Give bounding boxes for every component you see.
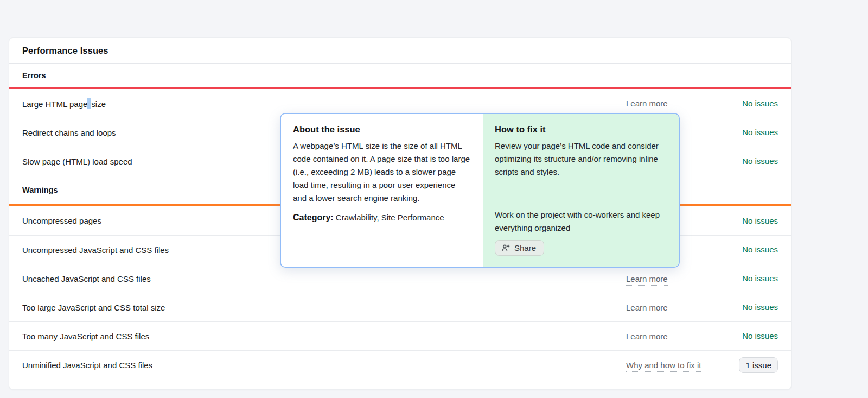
no-issues-status: No issues (742, 331, 778, 340)
no-issues-status: No issues (742, 274, 778, 283)
why-how-to-fix-link[interactable]: Why and how to fix it (626, 361, 701, 372)
no-issues-status: No issues (742, 245, 778, 254)
learn-more-link[interactable]: Learn more (626, 303, 668, 314)
performance-issues-card: Performance Issues Errors Large HTML pag… (9, 37, 792, 390)
no-issues-status: No issues (742, 302, 778, 312)
page-title: Performance Issues (22, 46, 108, 56)
collaboration-block: Work on the project with co-workers and … (495, 201, 667, 256)
learn-more-link[interactable]: Learn more (626, 332, 668, 343)
fix-heading: How to fix it (495, 124, 667, 135)
issue-row-uncached-js-css: Uncached JavaScript and CSS files Learn … (9, 264, 791, 293)
share-button-label: Share (514, 243, 536, 252)
issue-info-popover: About the issue A webpage’s HTML size is… (280, 113, 680, 268)
no-issues-status: No issues (742, 99, 778, 108)
panel-divider (495, 201, 667, 201)
section-label: Warnings (22, 186, 58, 194)
issue-name: Unminified JavaScript and CSS files (22, 361, 626, 370)
about-body-text: A webpage’s HTML size is the size of all… (293, 140, 471, 205)
issue-name: Large HTML pagesize (22, 98, 626, 109)
section-label: Errors (22, 71, 46, 80)
how-to-fix-panel: How to fix it Review your page’s HTML co… (483, 114, 679, 267)
about-the-issue-panel: About the issue A webpage’s HTML size is… (281, 114, 483, 267)
no-issues-status: No issues (742, 216, 778, 225)
card-header: Performance Issues (9, 38, 791, 64)
about-heading: About the issue (293, 124, 471, 135)
category-value: Crawlability, Site Performance (336, 213, 444, 222)
fix-body-text: Review your page’s HTML code and conside… (495, 140, 667, 179)
issue-name: Uncached JavaScript and CSS files (22, 274, 626, 283)
issue-row-too-many-js-css: Too many JavaScript and CSS files Learn … (9, 321, 791, 350)
learn-more-link[interactable]: Learn more (626, 99, 668, 110)
issue-name: Too many JavaScript and CSS files (22, 332, 626, 341)
issue-row-too-large-js-css: Too large JavaScript and CSS total size … (9, 293, 791, 321)
issue-name-text: Large HTML page (22, 99, 87, 109)
issue-name: Too large JavaScript and CSS total size (22, 303, 626, 312)
no-issues-status: No issues (742, 156, 778, 166)
share-button[interactable]: Share (495, 240, 544, 256)
no-issues-status: No issues (742, 128, 778, 137)
section-header-errors: Errors (9, 64, 791, 87)
learn-more-link[interactable]: Learn more (626, 274, 668, 286)
person-add-icon (501, 244, 510, 252)
issue-count-badge[interactable]: 1 issue (739, 357, 778, 373)
issue-name-text: size (91, 99, 106, 109)
collaboration-text: Work on the project with co-workers and … (495, 209, 667, 235)
category-line: Category: Crawlability, Site Performance (293, 211, 471, 224)
category-label: Category: (293, 213, 334, 222)
issue-row-unminified-js-css: Unminified JavaScript and CSS files Why … (9, 350, 791, 379)
